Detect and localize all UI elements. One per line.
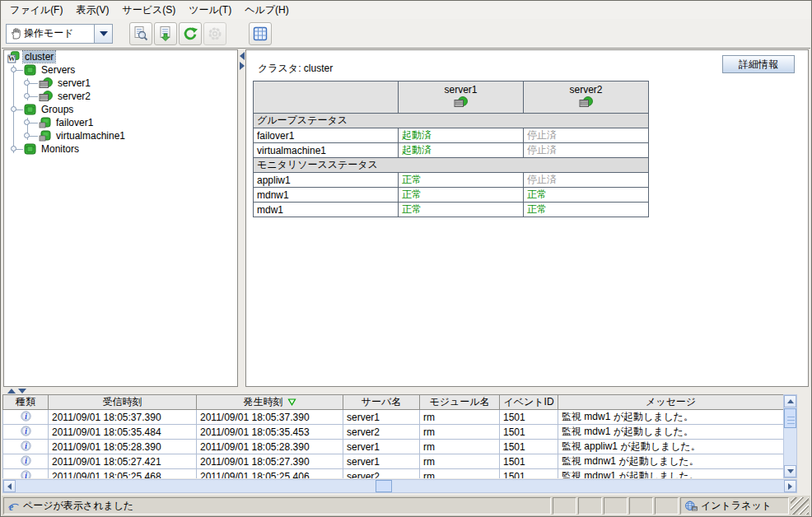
tree-node-Groups[interactable]: Groups [4, 103, 237, 116]
log-event_id-cell: 1501 [500, 440, 558, 454]
status-row[interactable]: virtualmachine1起動済停止済 [254, 143, 649, 158]
resource-name: mdnw1 [254, 188, 399, 203]
collapse-right-icon[interactable] [240, 62, 245, 70]
operation-mode-selector[interactable]: 操作モード [6, 24, 113, 44]
log-type-cell: i [3, 454, 49, 469]
tree-expand-handle[interactable] [24, 93, 30, 99]
combo-dropdown-button[interactable] [94, 25, 112, 43]
tree-node-server1[interactable]: server1 [4, 77, 237, 90]
menu-file[interactable]: ファイル(F) [5, 1, 71, 20]
arrow-right-icon [788, 483, 792, 490]
collect-logs-button[interactable] [154, 22, 177, 45]
log-received-cell: 2011/09/01 18:05:37.390 [49, 410, 197, 425]
status-value: 停止済 [524, 143, 649, 158]
log-event_id-cell: 1501 [500, 410, 558, 425]
status-row[interactable]: mdnw1正常正常 [254, 188, 649, 203]
log-vertical-scrollbar[interactable] [783, 394, 797, 478]
scroll-down-button[interactable] [784, 465, 796, 477]
log-row[interactable]: i2011/09/01 18:05:25.4682011/09/01 18:05… [3, 469, 784, 479]
tree-expand-handle[interactable] [24, 119, 30, 125]
arrow-left-icon [7, 483, 12, 490]
menu-help[interactable]: ヘルプ(H) [240, 1, 297, 20]
tree-node-cluster[interactable]: Wcluster [4, 50, 237, 63]
log-row[interactable]: i2011/09/01 18:05:27.4212011/09/01 18:05… [3, 454, 784, 469]
collapse-down-icon[interactable] [18, 389, 26, 394]
log-column-header[interactable]: メッセージ [558, 395, 784, 410]
log-row[interactable]: i2011/09/01 18:05:37.3902011/09/01 18:05… [3, 410, 784, 425]
status-row[interactable]: failover1起動済停止済 [254, 128, 649, 143]
log-column-header[interactable]: 発生時刻 [197, 395, 343, 410]
tree-node-label: Groups [40, 104, 75, 115]
status-empty-pane [629, 497, 653, 515]
scroll-right-button[interactable] [784, 480, 796, 492]
menu-view[interactable]: 表示(V) [71, 1, 117, 20]
reload-button[interactable] [179, 22, 202, 45]
svg-text:W: W [8, 54, 16, 63]
integrated-manager-button[interactable] [249, 22, 272, 45]
tree-node-failover1[interactable]: failover1 [4, 116, 237, 129]
log-column-header[interactable]: サーバ名 [343, 395, 420, 410]
tree-node-Monitors[interactable]: Monitors [4, 142, 237, 156]
cluster-status-table: server1server2グループステータスfailover1起動済停止済vi… [253, 81, 649, 217]
log-column-header[interactable]: イベントID [500, 395, 558, 410]
horizontal-scroll-thumb[interactable] [376, 480, 392, 492]
vertical-scroll-thumb[interactable] [784, 408, 796, 428]
scroll-up-button[interactable] [784, 395, 796, 408]
status-row[interactable]: mdw1正常正常 [254, 203, 649, 217]
tree-expand-handle[interactable] [11, 67, 16, 72]
folder-icon [24, 143, 36, 155]
status-table-corner [254, 82, 399, 114]
refresh-icon [182, 26, 198, 42]
status-message-pane: e ページが表示されました [3, 497, 551, 515]
info-icon: i [21, 440, 31, 451]
gear-icon [207, 26, 223, 42]
log-column-header[interactable]: 受信時刻 [49, 395, 197, 410]
scroll-left-button[interactable] [3, 480, 16, 492]
resource-name: appliw1 [254, 173, 399, 188]
collapse-up-icon[interactable] [7, 389, 16, 394]
tree-expand-handle[interactable] [24, 133, 30, 138]
log-column-header[interactable]: 種類 [3, 395, 49, 410]
tree-node-server2[interactable]: server2 [4, 90, 237, 103]
tree-node-Servers[interactable]: Servers [4, 63, 237, 77]
cluster-status-panel: クラスタ: cluster 詳細情報 server1server2グループステー… [245, 49, 809, 387]
info-icon: i [21, 411, 31, 422]
status-row[interactable]: appliw1正常停止済 [254, 173, 649, 188]
menu-service[interactable]: サービス(S) [117, 1, 184, 20]
resize-grip[interactable] [791, 497, 809, 515]
log-occurred-cell: 2011/09/01 18:05:28.390 [197, 440, 343, 454]
tree-expand-handle[interactable] [24, 80, 30, 86]
log-message-cell: 監視 mdw1 が起動しました。 [558, 410, 784, 425]
operation-mode-label: 操作モード [24, 26, 94, 40]
tree-expand-handle[interactable] [11, 106, 16, 112]
status-value: 正常 [524, 203, 649, 217]
server-icon [454, 96, 468, 108]
status-bar: e ページが表示されました イントラネット [2, 496, 810, 516]
log-column-header[interactable]: モジュール名 [420, 395, 500, 410]
browser-page-icon: e [7, 501, 20, 512]
tree-node-label: server1 [56, 77, 92, 89]
search-button[interactable] [129, 22, 152, 45]
log-occurred-cell: 2011/09/01 18:05:27.390 [197, 454, 343, 469]
group-icon [39, 130, 51, 142]
menu-tool[interactable]: ツール(T) [184, 1, 240, 20]
menu-bar: ファイル(F)表示(V)サービス(S)ツール(T)ヘルプ(H) [2, 1, 810, 19]
log-type-cell: i [3, 440, 49, 454]
collapse-left-icon[interactable] [240, 52, 245, 60]
log-row[interactable]: i2011/09/01 18:05:35.4842011/09/01 18:05… [3, 425, 784, 440]
log-server-cell: server2 [343, 469, 420, 479]
tree-expand-handle[interactable] [11, 146, 16, 151]
log-type-cell: i [3, 469, 49, 479]
log-row[interactable]: i2011/09/01 18:05:28.3902011/09/01 18:05… [3, 440, 784, 454]
log-module-cell: rm [420, 425, 500, 440]
hand-icon [10, 28, 21, 40]
detail-info-button[interactable]: 詳細情報 [722, 55, 795, 73]
tree-node-virtualmachine1[interactable]: virtualmachine1 [4, 129, 237, 142]
alert-log-table: 種類受信時刻発生時刻サーバ名モジュール名イベントIDメッセージi2011/09/… [2, 394, 783, 478]
log-horizontal-scrollbar[interactable] [2, 479, 797, 493]
horizontal-split-divider[interactable] [2, 388, 810, 394]
vertical-split-divider[interactable] [239, 49, 245, 387]
options-button[interactable] [203, 22, 226, 45]
info-icon: i [21, 426, 31, 436]
status-value: 停止済 [524, 128, 649, 143]
